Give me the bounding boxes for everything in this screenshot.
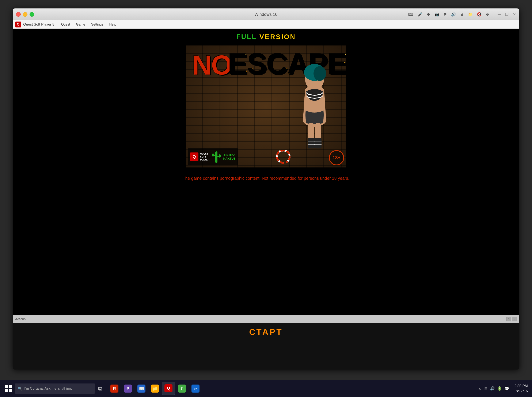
clock-date: 8/17/16 xyxy=(514,389,528,394)
actions-bar: Actions □ ✕ xyxy=(13,315,519,323)
win-restore-icon[interactable]: ❐ xyxy=(505,12,508,17)
app-icon-quest: Q xyxy=(165,384,172,392)
menu-game[interactable]: Game xyxy=(73,22,88,27)
app-icon-purple: P xyxy=(124,385,132,393)
camera-icon: 📷 xyxy=(435,12,439,17)
svg-rect-15 xyxy=(219,154,221,158)
app-icon-book: 📖 xyxy=(137,385,146,393)
desktop: Windows 10 ⌨ 🎤 ⏺ 📷 ⚑ 🔊 🖥 📁 🔇 ⚙ ─ ❐ ✕ Q xyxy=(0,0,532,397)
title-bar-controls: ⌨ 🎤 ⏺ 📷 ⚑ 🔊 🖥 📁 🔇 ⚙ ─ ❐ ✕ xyxy=(408,12,516,17)
candy-decoration xyxy=(275,149,292,165)
record-icon: ⏺ xyxy=(427,12,430,17)
taskbar-app-book[interactable]: 📖 xyxy=(135,382,148,395)
windows-logo-icon xyxy=(5,385,12,392)
menu-settings[interactable]: Settings xyxy=(89,22,106,27)
app-window: Windows 10 ⌨ 🎤 ⏺ 📷 ⚑ 🔊 🖥 📁 🔇 ⚙ ─ ❐ ✕ Q xyxy=(13,8,519,370)
task-view-button[interactable]: ⧉ xyxy=(95,382,105,395)
actions-close-btn[interactable]: ✕ xyxy=(512,317,517,321)
window-title: Windows 10 xyxy=(255,12,278,17)
mute-icon: 🔇 xyxy=(477,12,482,17)
system-tray: ∧ 🖥 🔊 🔋 💬 2:55 PM 8/17/16 xyxy=(477,384,530,394)
version-label: VERSION xyxy=(259,33,296,41)
cactus-icon xyxy=(211,149,222,164)
menu-quest[interactable]: Quest xyxy=(58,22,73,27)
start-game-button[interactable]: СТАРТ xyxy=(249,327,283,337)
tray-network-icon: 🖥 xyxy=(484,386,488,391)
full-label: FULL xyxy=(236,33,257,41)
cortana-placeholder: I'm Cortana. Ask me anything. xyxy=(24,386,72,391)
taskbar: 🔍 I'm Cortana. Ask me anything. ⧉ R P 📖 xyxy=(0,380,532,397)
game-cover: NO ESCAPE xyxy=(186,45,346,167)
tray-icons: ∧ 🖥 🔊 🔋 💬 xyxy=(477,386,511,391)
win-close-icon[interactable]: ✕ xyxy=(513,12,516,17)
flag-icon: ⚑ xyxy=(444,12,447,17)
actions-label: Actions xyxy=(15,317,25,321)
svg-rect-5 xyxy=(308,138,315,149)
app-icon-euro: € xyxy=(178,385,186,393)
traffic-lights xyxy=(16,12,34,17)
actions-resize-btn[interactable]: □ xyxy=(506,317,511,321)
tray-up-arrow[interactable]: ∧ xyxy=(479,387,481,391)
full-version-banner: FULL VERSION xyxy=(236,33,296,41)
taskbar-app-euro[interactable]: € xyxy=(176,382,188,395)
app-icon-folder: 📁 xyxy=(151,385,159,393)
tray-volume-icon[interactable]: 🔊 xyxy=(490,386,495,391)
maximize-button[interactable] xyxy=(30,12,34,17)
app-menu-bar: Q Quest Soft Player 5 Quest Game Setting… xyxy=(13,20,519,29)
actions-controls: □ ✕ xyxy=(506,317,517,321)
screen-icon: 🖥 xyxy=(460,12,464,17)
app-title: Quest Soft Player 5 xyxy=(23,22,54,27)
cover-bottom: Q QUESTSOFTPLAYER RETROKAKTUS xyxy=(188,148,344,165)
start-menu-button[interactable] xyxy=(2,382,15,395)
taskbar-app-purple[interactable]: P xyxy=(122,382,134,395)
character-svg xyxy=(287,62,342,153)
settings-icon[interactable]: ⚙ xyxy=(486,12,489,17)
taskbar-app-folder[interactable]: 📁 xyxy=(149,382,161,395)
keyboard-icon: ⌨ xyxy=(408,12,414,17)
q-logo-icon: Q xyxy=(190,152,198,161)
folder-icon: 📁 xyxy=(468,12,473,17)
app-icon: Q xyxy=(15,22,21,27)
app-icon-edge: e xyxy=(191,385,200,393)
minimize-button[interactable] xyxy=(23,12,27,17)
search-icon: 🔍 xyxy=(18,386,22,391)
taskbar-pinned-apps: R P 📖 📁 Q xyxy=(108,382,202,395)
character-art xyxy=(287,62,342,153)
mic-icon: 🎤 xyxy=(418,12,422,17)
title-bar: Windows 10 ⌨ 🎤 ⏺ 📷 ⚑ 🔊 🖥 📁 🔇 ⚙ ─ ❐ ✕ xyxy=(13,8,519,20)
volume-icon: 🔊 xyxy=(451,12,456,17)
taskbar-app-quest[interactable]: Q xyxy=(162,382,175,395)
quest-soft-text: QUESTSOFTPLAYER xyxy=(200,152,209,161)
tray-chat-icon: 💬 xyxy=(504,386,509,391)
close-button[interactable] xyxy=(16,12,21,17)
system-clock[interactable]: 2:55 PM 8/17/16 xyxy=(512,384,530,394)
svg-point-2 xyxy=(313,66,326,81)
svg-rect-6 xyxy=(314,138,322,149)
game-title-no: NO xyxy=(192,51,232,79)
retro-kaktus-text: RETROKAKTUS xyxy=(223,153,236,161)
warning-text: The game contains pornographic content. … xyxy=(174,176,358,181)
win-minimize-icon[interactable]: ─ xyxy=(498,12,501,17)
taskbar-app-edge[interactable]: e xyxy=(189,382,202,395)
quest-soft-logo: Q QUESTSOFTPLAYER RETROKAKTUS xyxy=(188,148,238,165)
task-view-icon: ⧉ xyxy=(98,385,102,392)
clock-time: 2:55 PM xyxy=(514,384,528,389)
app-icon-red: R xyxy=(110,385,118,393)
menu-help[interactable]: Help xyxy=(107,22,119,27)
main-content: FULL VERSION NO ESCAPE xyxy=(13,29,519,315)
taskbar-app-red[interactable]: R xyxy=(108,382,121,395)
actions-content: СТАРТ xyxy=(13,323,519,370)
svg-rect-13 xyxy=(212,154,214,156)
tray-battery-icon: 🔋 xyxy=(497,386,502,391)
age-rating-badge: 18+ xyxy=(329,150,344,165)
cortana-search-bar[interactable]: 🔍 I'm Cortana. Ask me anything. xyxy=(15,384,95,394)
